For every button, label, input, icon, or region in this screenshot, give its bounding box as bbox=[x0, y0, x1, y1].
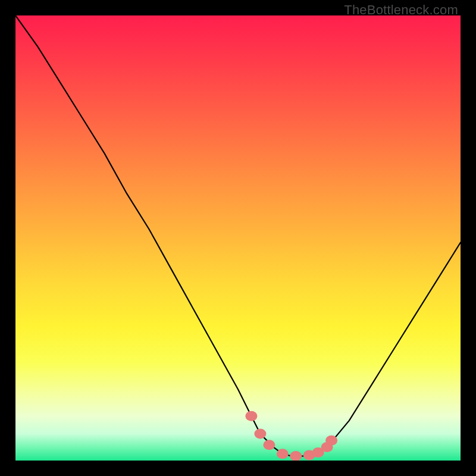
curve-marker bbox=[263, 440, 275, 450]
curve-marker bbox=[245, 411, 257, 421]
bottleneck-curve-svg bbox=[15, 15, 461, 461]
plot-area bbox=[15, 15, 461, 461]
curve-markers bbox=[245, 411, 337, 461]
curve-marker bbox=[325, 436, 337, 446]
curve-marker bbox=[277, 449, 289, 459]
curve-marker bbox=[254, 429, 266, 439]
curve-marker bbox=[290, 451, 302, 461]
watermark: TheBottleneck.com bbox=[344, 2, 458, 18]
chart-frame: TheBottleneck.com bbox=[0, 0, 476, 476]
bottleneck-curve-path bbox=[15, 15, 461, 456]
